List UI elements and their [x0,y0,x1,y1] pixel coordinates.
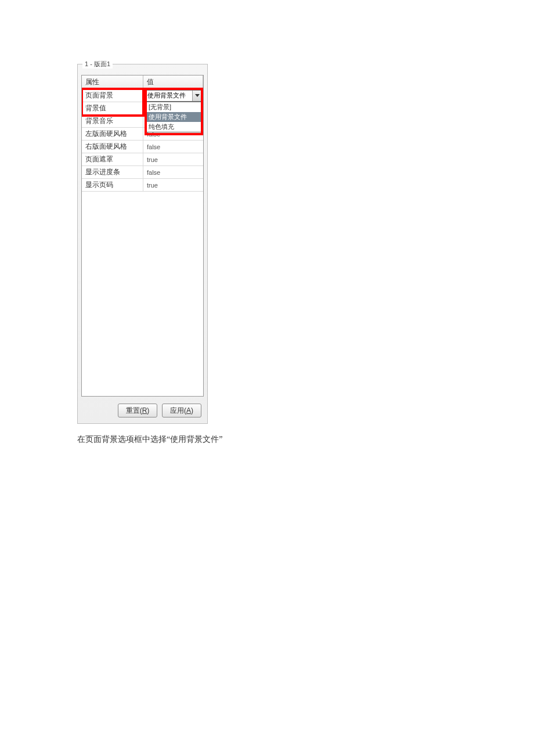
dropdown-option-none[interactable]: [无背景] [146,102,201,112]
row-page-mask[interactable]: 页面遮罩 true [82,153,203,166]
prop-label: 页面遮罩 [82,153,143,166]
prop-value-cell: 使用背景文件 [143,90,203,102]
row-right-hard-style[interactable]: 右版面硬风格 false [82,141,203,153]
prop-label: 页面背景 [82,89,143,102]
prop-label: 背景音乐 [82,114,143,128]
header-value: 值 [143,75,203,89]
reset-button[interactable]: 重置(R) [118,404,157,417]
prop-label: 显示页码 [82,178,143,192]
properties-panel: 1 - 版面1 属性 值 页面背景 使用背景文件 背景值 [77,64,208,424]
grid-header: 属性 值 [82,75,203,89]
button-bar: 重置(R) 应用(A) [78,400,207,423]
page-background-dropdown[interactable]: [无背景] 使用背景文件 纯色填充 [146,102,202,132]
page-background-combo[interactable]: 使用背景文件 [145,90,202,102]
prop-value[interactable]: true [143,154,203,165]
panel-title-bar: 1 - 版面1 [78,64,207,73]
property-grid: 属性 值 页面背景 使用背景文件 背景值 背景音乐 [81,75,204,397]
prop-label: 背景值 [82,102,143,115]
panel-title: 1 - 版面1 [82,60,113,69]
prop-label: 显示进度条 [82,165,143,179]
prop-value[interactable]: true [143,180,203,190]
button-label: 重置 [126,406,140,416]
dropdown-option-solid-fill[interactable]: 纯色填充 [146,122,201,132]
button-accelerator: A [186,406,191,415]
button-label: 应用 [170,406,184,416]
prop-value[interactable]: false [143,142,203,152]
prop-label: 右版面硬风格 [82,140,143,153]
prop-value[interactable]: false [143,167,203,178]
combo-selected-text: 使用背景文件 [145,91,192,100]
row-show-page-number[interactable]: 显示页码 true [82,179,203,192]
row-show-progress[interactable]: 显示进度条 false [82,166,203,179]
dropdown-option-use-file[interactable]: 使用背景文件 [146,112,201,122]
button-accelerator: R [142,406,147,415]
chevron-down-icon[interactable] [192,91,201,101]
instruction-caption: 在页面背景选项框中选择“使用背景文件” [77,434,534,445]
prop-label: 左版面硬风格 [82,127,143,141]
apply-button[interactable]: 应用(A) [162,404,201,417]
header-property: 属性 [82,75,143,89]
row-page-background[interactable]: 页面背景 使用背景文件 [82,89,203,102]
